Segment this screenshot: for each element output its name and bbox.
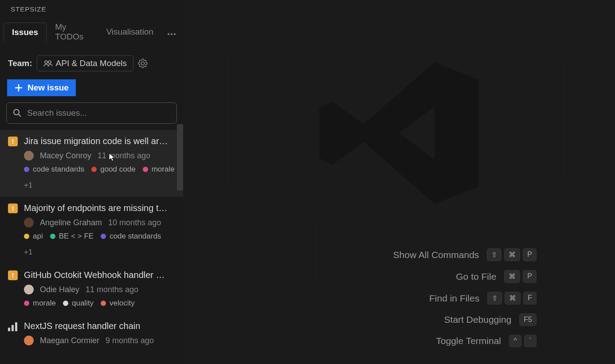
tag-label: morale [152,165,175,174]
settings-button[interactable] [138,59,148,68]
severity-warn-icon [8,137,18,146]
tag[interactable]: good code [91,165,135,174]
svg-point-2 [174,33,176,35]
people-icon [43,60,52,67]
tag-label: code standards [110,232,161,241]
tag-dot-icon [101,301,106,306]
avatar [24,151,34,160]
bars-icon [8,321,18,331]
issue-author: Angeline Graham [40,218,102,227]
issue-title: Jira issue migration code is well ar… [24,136,168,146]
svg-point-0 [168,33,169,35]
tag-row: apiBE < > FEcode standards+1 [24,232,175,257]
new-issue-label: New issue [27,83,69,93]
tab-issues[interactable]: Issues [4,23,47,43]
more-tags[interactable]: +1 [24,248,32,257]
app-root: STEPSIZE Issues My TODOs Visualisation T… [0,0,615,364]
issue-meta: Odie Haley11 months ago [24,285,175,294]
issue-meta: Macey Conroy11 months ago [24,151,175,160]
svg-line-8 [19,114,21,117]
tag-dot-icon [63,301,68,306]
plus-icon [14,83,23,92]
editor-pane: Show All Commands⇧⌘PGo to File⌘PFind in … [183,0,615,364]
issue-title: GitHub Octokit Webhook handler … [24,270,165,280]
scrollbar-thumb[interactable] [177,124,183,191]
sidebar: STEPSIZE Issues My TODOs Visualisation T… [0,0,183,364]
avatar [24,336,34,345]
svg-point-4 [48,61,51,63]
tag-dot-icon [24,234,29,239]
gear-icon [138,59,148,68]
tab-visualisation[interactable]: Visualisation [98,22,162,43]
issue-card[interactable]: NextJS request handler chainMaegan Cormi… [0,315,183,352]
new-issue-button[interactable]: New issue [7,79,76,96]
issue-card[interactable]: Jira issue migration code is well ar…Mac… [0,130,183,197]
search-input[interactable] [27,108,170,118]
tag-dot-icon [91,167,97,172]
tabs: Issues My TODOs Visualisation [0,17,183,47]
tag-dot-icon [101,234,106,239]
tag-label: api [33,232,43,241]
avatar [24,218,34,227]
search-box[interactable] [6,102,177,124]
severity-warn-icon [8,204,18,213]
tag-label: velocity [110,299,135,308]
tag[interactable]: api [24,232,43,241]
tag-label: quality [72,299,94,308]
issue-title: NextJS request handler chain [24,321,140,331]
issue-author: Odie Haley [40,285,79,294]
tag-dot-icon [50,234,55,239]
tag-row: code standardsgood codemorale+1 [24,165,175,190]
tab-my-todos[interactable]: My TODOs [47,17,98,47]
tag[interactable]: velocity [101,299,135,308]
issue-title-row: Majority of endpoints are missing t… [8,203,175,213]
issue-author: Macey Conroy [40,151,91,160]
severity-warn-icon [8,270,18,280]
tag[interactable]: morale [24,299,56,308]
tag-label: BE < > FE [59,232,94,241]
issue-meta: Angeline Graham10 months ago [24,218,175,227]
issue-author: Maegan Cormier [40,336,99,345]
tag-row: moralequalityvelocity [24,299,175,308]
tag[interactable]: BE < > FE [50,232,94,241]
vscode-logo-icon [310,44,488,222]
svg-point-7 [14,110,19,115]
team-label: Team: [8,59,32,68]
tag-dot-icon [24,167,29,172]
sidebar-title: STEPSIZE [0,0,183,17]
search-icon [13,109,22,117]
more-tags[interactable]: +1 [24,181,32,190]
svg-point-1 [171,33,172,35]
tab-more-icon[interactable] [164,27,180,38]
tag-label: morale [33,299,56,308]
avatar [24,285,34,294]
issue-time: 9 months ago [106,336,154,345]
issue-time: 10 months ago [108,218,161,227]
tag[interactable]: morale [143,165,175,174]
tag-dot-icon [24,301,29,306]
issue-card[interactable]: GitHub Octokit Webhook handler …Odie Hal… [0,264,183,315]
issues-list[interactable]: Jira issue migration code is well ar…Mac… [0,130,183,364]
svg-point-3 [45,61,47,63]
tag[interactable]: quality [63,299,94,308]
issue-meta: Maegan Cormier9 months ago [24,336,175,345]
tag-label: code standards [33,165,84,174]
tag-dot-icon [143,167,148,172]
issue-title-row: Jira issue migration code is well ar… [8,136,175,146]
tag[interactable]: code standards [24,165,84,174]
tag-label: good code [100,165,135,174]
issue-title-row: NextJS request handler chain [8,321,175,331]
issue-time: 11 months ago [86,285,138,294]
team-row: Team: API & Data Models [0,47,183,77]
tag[interactable]: code standards [101,232,161,241]
search-row [0,102,183,130]
issue-time: 11 months ago [98,151,150,160]
team-selector[interactable]: API & Data Models [37,55,134,71]
issue-title-row: GitHub Octokit Webhook handler … [8,270,175,280]
team-name: API & Data Models [56,59,127,68]
issue-title: Majority of endpoints are missing t… [24,203,167,213]
issue-card[interactable]: Majority of endpoints are missing t…Ange… [0,197,183,264]
